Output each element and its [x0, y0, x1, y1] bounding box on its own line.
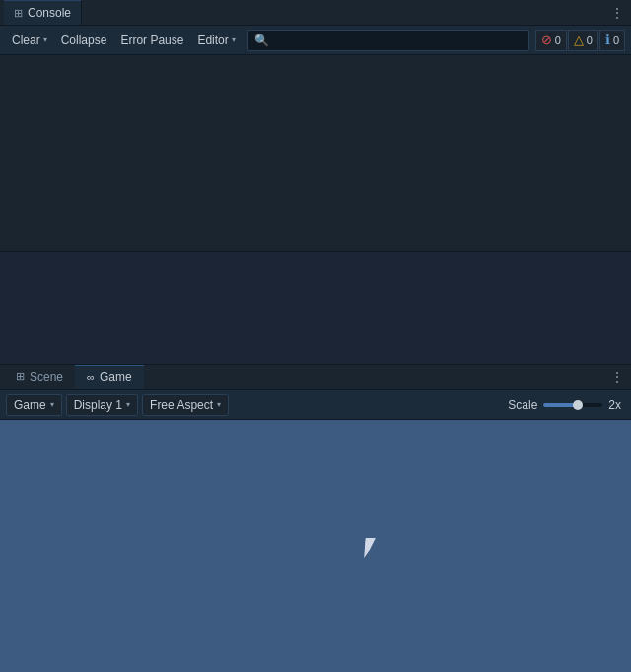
search-icon: 🔍: [254, 34, 269, 47]
error-count: 0: [555, 34, 561, 46]
warn-badge-button[interactable]: △ 0: [568, 30, 598, 51]
scene-tab-label: Scene: [30, 370, 63, 384]
info-icon: ℹ: [605, 33, 610, 47]
console-lower-area: [0, 252, 631, 364]
console-content: [0, 55, 631, 364]
scale-slider[interactable]: [543, 403, 602, 407]
console-tab-label: Console: [28, 6, 71, 20]
aspect-dropdown[interactable]: Free Aspect ▾: [142, 394, 229, 416]
clear-dropdown-arrow: ▾: [43, 35, 47, 44]
display-label: Display 1: [74, 398, 122, 412]
game-toolbar: Game ▾ Display 1 ▾ Free Aspect ▾ Scale 2…: [0, 390, 631, 420]
scale-text: Scale: [508, 398, 537, 412]
search-input[interactable]: [273, 34, 523, 47]
display-dropdown-arrow: ▾: [126, 400, 130, 409]
warn-icon: △: [574, 33, 584, 47]
clear-button[interactable]: Clear ▾: [6, 30, 53, 51]
game-tab[interactable]: ∞ Game: [75, 365, 144, 389]
console-grid-icon: ⊞: [14, 7, 23, 20]
game-viewport: [0, 420, 631, 672]
panel-tab-bar: ⊞ Scene ∞ Game ⋮: [0, 365, 631, 390]
console-toolbar: Clear ▾ Collapse Error Pause Editor ▾ 🔍 …: [0, 26, 631, 55]
game-tab-label: Game: [100, 370, 132, 384]
scene-tab[interactable]: ⊞ Scene: [4, 365, 75, 389]
display-dropdown[interactable]: Display 1 ▾: [66, 394, 138, 416]
editor-dropdown-arrow: ▾: [232, 35, 236, 44]
error-pause-button[interactable]: Error Pause: [114, 30, 189, 51]
scene-grid-icon: ⊞: [16, 370, 25, 383]
error-badge-button[interactable]: ⊘ 0: [535, 30, 567, 51]
info-badge-button[interactable]: ℹ 0: [599, 30, 625, 51]
scale-slider-thumb: [573, 400, 583, 410]
game-label: Game: [14, 398, 46, 412]
game-dropdown-arrow: ▾: [50, 400, 54, 409]
scale-value: 2x: [608, 398, 621, 412]
console-tab[interactable]: ⊞ Console: [4, 0, 82, 25]
scale-control: Scale 2x: [508, 398, 625, 412]
game-dropdown[interactable]: Game ▾: [6, 394, 62, 416]
console-upper-area: [0, 55, 631, 252]
info-count: 0: [613, 34, 619, 46]
aspect-label: Free Aspect: [150, 398, 213, 412]
search-box[interactable]: 🔍: [247, 30, 529, 51]
error-icon: ⊘: [541, 33, 552, 47]
console-panel: ⊞ Console ⋮ Clear ▾ Collapse Error Pause…: [0, 0, 631, 365]
aspect-dropdown-arrow: ▾: [217, 400, 221, 409]
game-scene-panel: ⊞ Scene ∞ Game ⋮ Game ▾ Display 1 ▾ Free…: [0, 365, 631, 672]
panel-more-button[interactable]: ⋮: [607, 368, 627, 387]
warn-count: 0: [587, 34, 593, 46]
mouse-cursor: [365, 538, 381, 558]
badge-group: ⊘ 0 △ 0 ℹ 0: [535, 30, 625, 51]
editor-button[interactable]: Editor ▾: [191, 30, 241, 51]
console-more-button[interactable]: ⋮: [607, 3, 627, 23]
console-tab-bar: ⊞ Console ⋮: [0, 0, 631, 26]
collapse-button[interactable]: Collapse: [55, 30, 113, 51]
game-controller-icon: ∞: [87, 371, 95, 383]
